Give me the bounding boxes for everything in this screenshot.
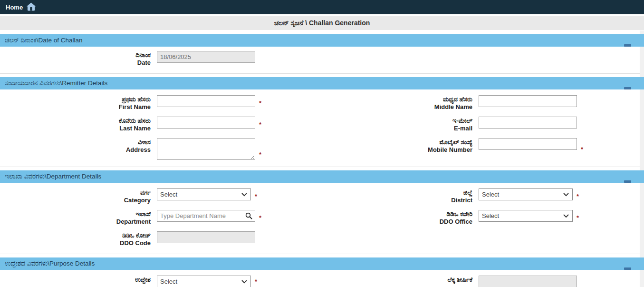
category-label-kn: ವರ್ಗ	[0, 189, 151, 197]
chevron-down-icon	[563, 193, 569, 197]
section-body-remitter: ಪ್ರಥಮ ಹೆಸರು First Name * ಮಧ್ಯದ ಹೆಸರು Mid…	[0, 89, 640, 167]
address-textarea[interactable]	[157, 138, 255, 160]
mobile-label-en: Mobile Number	[322, 146, 472, 154]
field-purpose: ಉದ್ದೇಶ Select *	[0, 276, 322, 287]
field-category: ವರ್ಗ Category Select *	[0, 188, 322, 204]
ddo-code-label-kn: ಡಿಡಿಒ ಕೋಡ್	[0, 232, 151, 239]
section-purpose-details: ಉದ್ದೇಶದ ವಿವರಗಳು\Purpose Details ಉದ್ದೇಶ S…	[0, 257, 644, 287]
home-button[interactable]: Home	[0, 0, 42, 14]
category-label-en: Category	[0, 197, 151, 204]
address-label-kn: ವಿಳಾಸ	[0, 139, 151, 146]
date-input	[157, 51, 255, 63]
required-asterisk: *	[259, 214, 261, 221]
district-label-en: District	[322, 197, 472, 204]
department-search-input[interactable]	[157, 210, 255, 222]
ddo-office-label-en: DDO Office	[322, 218, 472, 226]
purpose-label-kn: ಉದ್ದೇಶ	[0, 276, 151, 284]
page-title-bar: ಚಲನ್ ಸೃಜನೆ \ Challan Generation	[0, 16, 644, 30]
top-navbar: Home	[0, 0, 644, 14]
section-title-date: ಚಲನ್ ದಿನಾಂಕ\Date of Challan	[5, 37, 82, 44]
required-asterisk: *	[259, 121, 261, 128]
field-account-head: ಲೆಕ್ಕ ಶೀರ್ಷಿಕೆ	[322, 276, 644, 287]
last-name-label-kn: ಕೊನೆಯ ಹೆಸರು	[0, 117, 151, 125]
field-middle-name: ಮಧ್ಯದ ಹೆಸರು Middle Name	[322, 95, 644, 111]
district-select[interactable]: Select	[479, 188, 573, 200]
collapse-minus-button[interactable]	[624, 87, 631, 89]
field-ddo-code: ಡಿಡಿಒ ಕೋಡ್ DDO Code	[0, 231, 322, 247]
email-label-kn: ಇ-ಮೇಲ್	[322, 117, 472, 125]
home-icon	[26, 2, 36, 13]
section-header-department: ಇಲಾಖಾ ವಿವರಗಳು\Department Details	[0, 170, 644, 183]
chevron-down-icon	[241, 280, 247, 284]
purpose-select[interactable]: Select	[157, 276, 251, 287]
ddo-office-label-kn: ಡಿಡಿಒ ಕಚೇರಿ	[322, 210, 472, 218]
required-asterisk: *	[259, 151, 261, 158]
category-select[interactable]: Select	[157, 188, 251, 200]
section-body-department: ವರ್ಗ Category Select * ಜಿಲ್ಲೆ	[0, 183, 640, 254]
required-asterisk: *	[255, 278, 257, 285]
collapse-minus-button[interactable]	[624, 267, 631, 270]
required-asterisk: *	[255, 193, 257, 200]
district-label-kn: ಜಿಲ್ಲೆ	[322, 189, 472, 197]
field-email: ಇ-ಮೇಲ್ E-mail	[322, 117, 644, 132]
ddo-code-input	[157, 231, 255, 243]
middle-name-label-en: Middle Name	[322, 103, 472, 111]
section-header-purpose: ಉದ್ದೇಶದ ವಿವರಗಳು\Purpose Details	[0, 257, 644, 270]
required-asterisk: *	[577, 193, 579, 200]
date-label-kn: ದಿನಾಂಕ	[0, 51, 151, 59]
department-label-en: Department	[0, 218, 151, 226]
section-date-of-challan: ಚಲನ್ ದಿನಾಂಕ\Date of Challan ದಿನಾಂಕ Date	[0, 34, 644, 74]
field-district: ಜಿಲ್ಲೆ District Select *	[322, 188, 644, 204]
section-title-remitter: ಸಂದಾಯದಾರನ ವಿವರಗಳು\Remitter Details	[5, 79, 107, 87]
required-asterisk: *	[577, 214, 579, 221]
field-address: ವಿಳಾಸ Address *	[0, 138, 322, 160]
collapse-minus-button[interactable]	[624, 180, 631, 183]
address-label-en: Address	[0, 146, 151, 154]
ddo-code-label-en: DDO Code	[0, 239, 151, 247]
field-department: ಇಲಾಖೆ Department *	[0, 210, 322, 226]
field-last-name: ಕೊನೆಯ ಹೆಸರು Last Name *	[0, 117, 322, 132]
collapse-minus-button[interactable]	[624, 44, 631, 47]
required-asterisk: *	[259, 99, 261, 107]
field-first-name: ಪ್ರಥಮ ಹೆಸರು First Name *	[0, 95, 322, 111]
chevron-down-icon	[241, 193, 247, 197]
mobile-label-kn: ಮೊಬೈಲ್ ಸಂಖ್ಯೆ	[322, 139, 472, 146]
middle-name-label-kn: ಮಧ್ಯದ ಹೆಸರು	[322, 96, 472, 103]
section-remitter-details: ಸಂದಾಯದಾರನ ವಿವರಗಳು\Remitter Details ಪ್ರಥಮ…	[0, 77, 644, 167]
chevron-down-icon	[563, 214, 569, 218]
section-body-purpose: ಉದ್ದೇಶ Select * ಲೆಕ್ಕ ಶೀರ್ಷಿಕೆ	[0, 270, 640, 287]
section-body-date: ದಿನಾಂಕ Date	[0, 47, 640, 74]
first-name-input[interactable]	[157, 95, 255, 107]
section-title-department: ಇಲಾಖಾ ವಿವರಗಳು\Department Details	[5, 173, 101, 180]
department-label-kn: ಇಲಾಖೆ	[0, 210, 151, 218]
page-title: ಚಲನ್ ಸೃಜನೆ \ Challan Generation	[274, 19, 370, 27]
required-asterisk: *	[581, 146, 583, 153]
search-icon[interactable]	[245, 212, 252, 221]
account-head-label-kn: ಲೆಕ್ಕ ಶೀರ್ಷಿಕೆ	[322, 276, 472, 284]
section-department-details: ಇಲಾಖಾ ವಿವರಗಳು\Department Details ವರ್ಗ Ca…	[0, 170, 644, 254]
middle-name-input[interactable]	[479, 95, 577, 107]
field-ddo-office: ಡಿಡಿಒ ಕಚೇರಿ DDO Office Select *	[322, 210, 644, 226]
last-name-label-en: Last Name	[0, 125, 151, 132]
right-edge-strip	[640, 30, 644, 287]
ddo-office-select[interactable]: Select	[479, 210, 573, 222]
section-title-purpose: ಉದ್ದೇಶದ ವಿವರಗಳು\Purpose Details	[5, 260, 95, 267]
email-input[interactable]	[479, 117, 577, 129]
email-label-en: E-mail	[322, 125, 472, 132]
nav-separator	[43, 2, 43, 12]
mobile-number-input[interactable]	[479, 138, 577, 150]
home-label: Home	[6, 4, 23, 11]
account-head-input	[479, 276, 577, 287]
first-name-label-kn: ಪ್ರಥಮ ಹೆಸರು	[0, 96, 151, 103]
date-label-en: Date	[0, 59, 151, 67]
section-header-remitter: ಸಂದಾಯದಾರನ ವಿವರಗಳು\Remitter Details	[0, 77, 644, 89]
last-name-input[interactable]	[157, 117, 255, 129]
section-header-date: ಚಲನ್ ದಿನಾಂಕ\Date of Challan	[0, 34, 644, 47]
field-date: ದಿನಾಂಕ Date	[0, 51, 322, 67]
field-mobile-number: ಮೊಬೈಲ್ ಸಂಖ್ಯೆ Mobile Number *	[322, 138, 644, 160]
first-name-label-en: First Name	[0, 103, 151, 111]
